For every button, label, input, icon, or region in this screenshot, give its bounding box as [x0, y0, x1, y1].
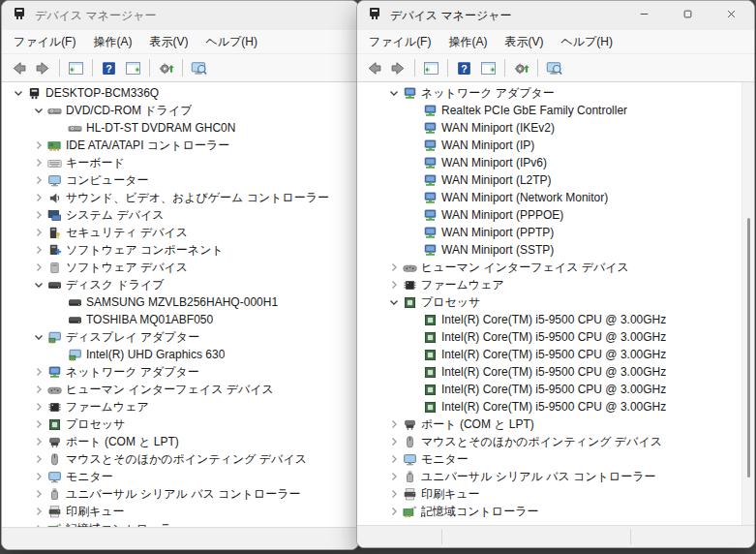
chevron-right-icon[interactable] — [30, 504, 46, 519]
close-button[interactable] — [711, 1, 754, 30]
tree-item[interactable]: Intel(R) Core(TM) i5-9500 CPU @ 3.00GHz — [357, 363, 754, 381]
chevron-right-icon[interactable] — [30, 225, 46, 240]
tree-item[interactable]: マウスとそのほかのポインティング デバイス — [357, 433, 754, 450]
title-bar[interactable]: デバイス マネージャー — [2, 1, 358, 30]
tree-item[interactable]: WAN Miniport (IP) — [357, 137, 754, 154]
chevron-down-icon[interactable] — [10, 85, 26, 101]
tree-item[interactable]: DVD/CD-ROM ドライブ — [2, 102, 358, 119]
tree-item[interactable]: ソフトウェア デバイス — [2, 259, 358, 276]
chevron-right-icon[interactable] — [30, 434, 46, 449]
update-driver-icon[interactable] — [154, 56, 178, 79]
chevron-right-icon[interactable] — [30, 416, 46, 432]
tree-item[interactable]: ポート (COM と LPT) — [2, 433, 358, 450]
chevron-right-icon[interactable] — [30, 469, 46, 484]
tree-item[interactable]: ネットワーク アダプター — [357, 84, 754, 102]
tree-item[interactable]: セキュリティ デバイス — [2, 224, 358, 241]
chevron-right-icon[interactable] — [30, 382, 46, 397]
tree-item[interactable]: プロセッサ — [2, 416, 358, 433]
scan-hardware-changes-icon[interactable] — [187, 56, 211, 79]
show-hide-action-pane-icon[interactable] — [121, 56, 145, 79]
tree-item[interactable]: Intel(R) Core(TM) i5-9500 CPU @ 3.00GHz — [357, 398, 754, 416]
chevron-down-icon[interactable] — [30, 277, 46, 292]
chevron-right-icon[interactable] — [30, 207, 46, 223]
chevron-right-icon[interactable] — [30, 260, 46, 275]
tree-item[interactable]: WAN Miniport (L2TP) — [357, 171, 754, 189]
tree-item[interactable]: ユニバーサル シリアル バス コントローラー — [2, 485, 358, 503]
chevron-down-icon[interactable] — [30, 103, 46, 118]
chevron-right-icon[interactable] — [385, 260, 402, 275]
tree-item[interactable]: キーボード — [2, 154, 358, 171]
tree-item[interactable]: コンピューター — [2, 171, 358, 189]
title-bar[interactable]: デバイス マネージャー — [357, 1, 754, 30]
help-icon[interactable]: ? — [452, 56, 476, 79]
tree-item[interactable]: ユニバーサル シリアル バス コントローラー — [357, 468, 754, 485]
tree-item[interactable]: WAN Miniport (PPPOE) — [357, 206, 754, 224]
tree-item[interactable]: Realtek PCIe GbE Family Controller — [357, 102, 754, 119]
chevron-right-icon[interactable] — [30, 242, 46, 258]
tree-item[interactable]: SAMSUNG MZVLB256HAHQ-000H1 — [2, 293, 358, 311]
navigate-back-icon[interactable] — [362, 56, 386, 79]
chevron-right-icon[interactable] — [30, 451, 46, 467]
tree-item[interactable]: WAN Miniport (PPTP) — [357, 224, 754, 241]
chevron-right-icon[interactable] — [385, 416, 402, 432]
menu-item-1[interactable]: 操作(A) — [84, 31, 140, 53]
tree-item[interactable]: Intel(R) Core(TM) i5-9500 CPU @ 3.00GHz — [357, 311, 754, 328]
navigate-back-icon[interactable] — [7, 56, 31, 79]
chevron-right-icon[interactable] — [30, 172, 46, 188]
tree-item[interactable]: モニター — [2, 468, 358, 485]
menu-item-2[interactable]: 表示(V) — [140, 31, 197, 53]
menu-item-0[interactable]: ファイル(F) — [360, 31, 439, 53]
tree-item[interactable]: ソフトウェア コンポーネント — [2, 241, 358, 259]
navigate-forward-icon[interactable] — [386, 56, 410, 79]
tree-item[interactable]: ネットワーク アダプター — [2, 363, 358, 381]
tree-item[interactable]: ヒューマン インターフェイス デバイス — [2, 381, 358, 398]
tree-item[interactable]: WAN Miniport (SSTP) — [357, 241, 754, 259]
chevron-right-icon[interactable] — [30, 190, 46, 205]
chevron-right-icon[interactable] — [385, 434, 402, 449]
menu-item-1[interactable]: 操作(A) — [439, 31, 496, 53]
tree-item[interactable]: WAN Miniport (Network Monitor) — [357, 189, 754, 206]
tree-item[interactable]: ファームウェア — [2, 398, 358, 416]
maximize-button[interactable] — [667, 1, 711, 30]
tree-item[interactable]: 記憶域コントローラー — [2, 520, 358, 527]
tree-item[interactable]: HL-DT-ST DVDRAM GHC0N — [2, 119, 358, 137]
tree-item[interactable]: Intel(R) Core(TM) i5-9500 CPU @ 3.00GHz — [357, 328, 754, 346]
tree-item[interactable]: ディスプレイ アダプター — [2, 328, 358, 346]
show-hide-console-tree-icon[interactable] — [64, 56, 88, 79]
chevron-down-icon[interactable] — [385, 294, 402, 310]
tree-item[interactable]: ディスク ドライブ — [2, 276, 358, 293]
tree-item[interactable]: ヒューマン インターフェイス デバイス — [357, 259, 754, 276]
chevron-down-icon[interactable] — [30, 329, 46, 345]
help-icon[interactable]: ? — [97, 56, 121, 79]
chevron-right-icon[interactable] — [30, 138, 46, 153]
chevron-right-icon[interactable] — [385, 504, 402, 519]
scrollbar-thumb[interactable] — [747, 218, 750, 477]
menu-item-3[interactable]: ヘルプ(H) — [197, 31, 266, 53]
tree-item[interactable]: IDE ATA/ATAPI コントローラー — [2, 137, 358, 154]
tree-item[interactable]: DESKTOP-BCM336Q — [2, 84, 358, 102]
show-hide-action-pane-icon[interactable] — [476, 56, 500, 79]
tree-item[interactable]: サウンド、ビデオ、およびゲーム コントローラー — [2, 189, 358, 206]
chevron-down-icon[interactable] — [385, 85, 402, 101]
tree-item[interactable]: 印刷キュー — [357, 485, 754, 503]
minimize-button[interactable] — [623, 1, 667, 30]
tree-item[interactable]: Intel(R) Core(TM) i5-9500 CPU @ 3.00GHz — [357, 346, 754, 363]
show-hide-console-tree-icon[interactable] — [419, 56, 443, 79]
tree-item[interactable]: マウスとそのほかのポインティング デバイス — [2, 450, 358, 468]
tree-item[interactable]: WAN Miniport (IKEv2) — [357, 119, 754, 137]
chevron-right-icon[interactable] — [385, 486, 402, 502]
tree-item[interactable]: Intel(R) Core(TM) i5-9500 CPU @ 3.00GHz — [357, 381, 754, 398]
chevron-right-icon[interactable] — [385, 469, 402, 484]
tree-item[interactable]: WAN Miniport (IPv6) — [357, 154, 754, 171]
navigate-forward-icon[interactable] — [31, 56, 55, 79]
menu-item-0[interactable]: ファイル(F) — [5, 31, 84, 53]
menu-item-3[interactable]: ヘルプ(H) — [552, 31, 621, 53]
tree-item[interactable]: 印刷キュー — [2, 503, 358, 520]
tree-item[interactable]: システム デバイス — [2, 206, 358, 224]
scan-hardware-changes-icon[interactable] — [542, 56, 566, 79]
chevron-right-icon[interactable] — [30, 155, 46, 170]
tree-item[interactable]: モニター — [357, 450, 754, 468]
update-driver-icon[interactable] — [509, 56, 533, 79]
tree-item[interactable]: Intel(R) UHD Graphics 630 — [2, 346, 358, 363]
tree-item[interactable]: プロセッサ — [357, 293, 754, 311]
